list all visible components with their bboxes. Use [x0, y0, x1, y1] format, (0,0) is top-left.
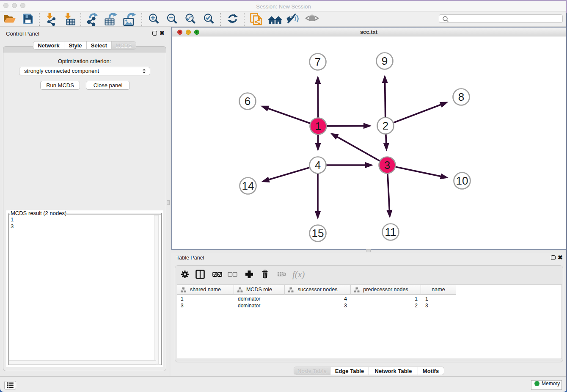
svg-text:7: 7: [315, 55, 321, 68]
svg-text:11: 11: [385, 226, 396, 238]
svg-text:14: 14: [242, 179, 254, 192]
svg-text:6: 6: [245, 95, 250, 108]
svg-text:3: 3: [384, 159, 390, 171]
svg-text:15: 15: [312, 227, 324, 240]
svg-text:8: 8: [458, 91, 464, 103]
svg-text:f(x): f(x): [292, 269, 305, 279]
svg-text:10: 10: [456, 174, 468, 187]
svg-text:9: 9: [382, 55, 388, 67]
svg-text:4: 4: [315, 159, 321, 171]
svg-text:2: 2: [383, 119, 388, 132]
svg-text:1: 1: [315, 120, 321, 133]
